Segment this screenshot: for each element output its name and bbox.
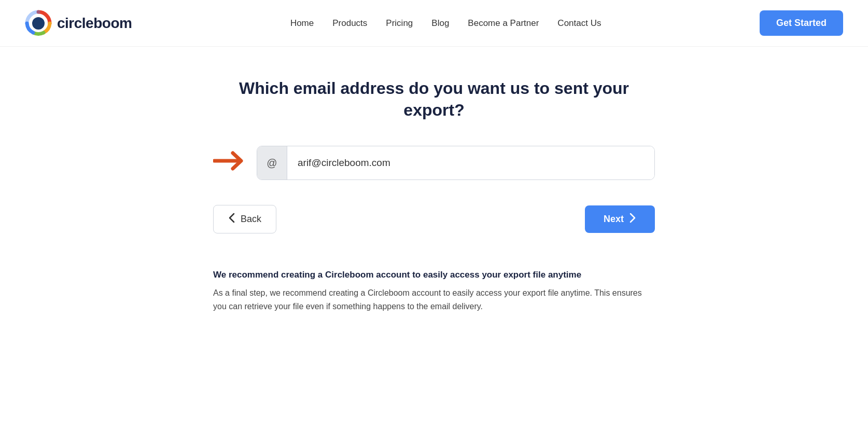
at-symbol: @: [257, 146, 287, 180]
svg-point-0: [32, 17, 45, 30]
chevron-right-icon: [629, 213, 636, 226]
nav-links: Home Products Pricing Blog Become a Part…: [290, 18, 601, 29]
logo-icon: [25, 10, 52, 37]
arrow-icon: [213, 150, 246, 176]
chevron-left-icon: [228, 213, 235, 226]
nav-become-partner[interactable]: Become a Partner: [468, 18, 539, 29]
page-title: Which email address do you want us to se…: [213, 78, 655, 121]
email-row: @: [213, 146, 655, 180]
next-button[interactable]: Next: [585, 205, 655, 233]
get-started-button[interactable]: Get Started: [760, 10, 843, 36]
buttons-row: Back Next: [213, 205, 655, 233]
logo-text: circleboom: [57, 15, 132, 32]
recommendation-title: We recommend creating a Circleboom accou…: [213, 270, 655, 280]
next-label: Next: [604, 214, 624, 225]
nav-pricing[interactable]: Pricing: [386, 18, 413, 29]
main-content: Which email address do you want us to se…: [201, 47, 667, 334]
nav-blog[interactable]: Blog: [431, 18, 449, 29]
back-label: Back: [241, 214, 261, 225]
recommendation-section: We recommend creating a Circleboom accou…: [213, 265, 655, 313]
back-button[interactable]: Back: [213, 205, 276, 233]
logo[interactable]: circleboom: [25, 10, 132, 37]
nav-home[interactable]: Home: [290, 18, 314, 29]
nav-products[interactable]: Products: [332, 18, 367, 29]
navbar: circleboom Home Products Pricing Blog Be…: [0, 0, 868, 47]
nav-contact-us[interactable]: Contact Us: [557, 18, 601, 29]
email-input-wrapper: @: [257, 146, 655, 180]
email-input[interactable]: [287, 146, 654, 180]
recommendation-body: As a final step, we recommend creating a…: [213, 286, 655, 313]
